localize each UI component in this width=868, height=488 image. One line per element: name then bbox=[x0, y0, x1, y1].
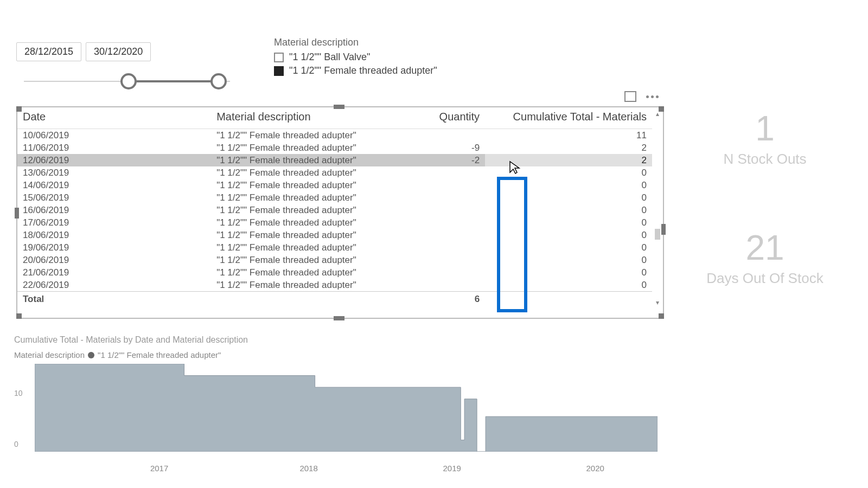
x-axis-tick: 2020 bbox=[586, 464, 604, 473]
y-axis-tick: 10 bbox=[14, 389, 23, 397]
table-row[interactable]: 21/06/2019"1 1/2"" Female threaded adupt… bbox=[17, 266, 652, 279]
cell-cum: 0 bbox=[485, 179, 652, 191]
date-from-input[interactable]: 28/12/2015 bbox=[16, 42, 81, 61]
cell-material: "1 1/2"" Female threaded adupter" bbox=[211, 191, 405, 204]
focus-mode-icon[interactable] bbox=[624, 91, 636, 102]
date-range-slicer[interactable]: 28/12/2015 30/12/2020 bbox=[16, 42, 233, 75]
cell-material: "1 1/2"" Female threaded adupter" bbox=[211, 129, 405, 142]
material-slicer-title: Material description bbox=[274, 37, 437, 48]
cell-date: 16/06/2019 bbox=[17, 204, 211, 216]
kpi-days-label: Days Out Of Stock bbox=[684, 270, 846, 287]
cell-material: "1 1/2"" Female threaded adupter" bbox=[211, 229, 405, 241]
x-axis-tick: 2017 bbox=[150, 464, 168, 473]
cell-material: "1 1/2"" Female threaded adupter" bbox=[211, 166, 405, 179]
cell-cum: 0 bbox=[485, 216, 652, 229]
column-header-material[interactable]: Material description bbox=[211, 107, 405, 129]
date-slider-handle-to[interactable] bbox=[210, 73, 227, 89]
material-option-0[interactable]: "1 1/2"" Ball Valve" bbox=[274, 52, 437, 63]
cell-cum: 0 bbox=[485, 166, 652, 179]
resize-handle-icon[interactable] bbox=[661, 224, 666, 235]
cell-material: "1 1/2"" Female threaded adupter" bbox=[211, 142, 405, 154]
cell-date: 12/06/2019 bbox=[17, 154, 211, 166]
cell-date: 21/06/2019 bbox=[17, 266, 211, 279]
chart-legend: Material description "1 1/2"" Female thr… bbox=[14, 350, 658, 359]
date-slider-handle-from[interactable] bbox=[120, 73, 137, 89]
materials-table[interactable]: Date Material description Quantity Cumul… bbox=[17, 107, 652, 306]
cell-date: 11/06/2019 bbox=[17, 142, 211, 154]
cell-material: "1 1/2"" Female threaded adupter" bbox=[211, 154, 405, 166]
cell-cum: 0 bbox=[485, 229, 652, 241]
cell-cum: 2 bbox=[485, 154, 652, 166]
cell-qty bbox=[405, 229, 485, 241]
checkbox-icon[interactable] bbox=[274, 53, 284, 62]
cell-cum: 0 bbox=[485, 191, 652, 204]
table-total-row: Total 6 bbox=[17, 292, 652, 306]
resize-handle-icon[interactable] bbox=[659, 313, 664, 319]
table-row[interactable]: 15/06/2019"1 1/2"" Female threaded adupt… bbox=[17, 191, 652, 204]
table-row[interactable]: 16/06/2019"1 1/2"" Female threaded adupt… bbox=[17, 204, 652, 216]
cell-date: 20/06/2019 bbox=[17, 254, 211, 266]
cumulative-chart[interactable]: Cumulative Total - Materials by Date and… bbox=[14, 335, 658, 461]
resize-handle-icon[interactable] bbox=[334, 105, 344, 109]
date-slider-track[interactable] bbox=[24, 73, 230, 75]
cell-date: 13/06/2019 bbox=[17, 166, 211, 179]
table-row[interactable]: 17/06/2019"1 1/2"" Female threaded adupt… bbox=[17, 216, 652, 229]
cell-material: "1 1/2"" Female threaded adupter" bbox=[211, 179, 405, 191]
table-row[interactable]: 18/06/2019"1 1/2"" Female threaded adupt… bbox=[17, 229, 652, 241]
cell-qty bbox=[405, 204, 485, 216]
scroll-down-icon[interactable]: ▾ bbox=[653, 298, 662, 307]
cell-qty bbox=[405, 216, 485, 229]
chart-plot-area[interactable] bbox=[35, 364, 658, 452]
table-scrollbar[interactable]: ▴ ▾ bbox=[653, 110, 662, 307]
materials-table-visual[interactable]: Date Material description Quantity Cumul… bbox=[16, 106, 664, 319]
column-header-date[interactable]: Date bbox=[17, 107, 211, 129]
cell-qty bbox=[405, 179, 485, 191]
scroll-thumb[interactable] bbox=[655, 229, 660, 240]
y-axis-tick: 0 bbox=[14, 440, 18, 448]
column-header-quantity[interactable]: Quantity bbox=[405, 107, 485, 129]
more-options-icon[interactable] bbox=[646, 95, 659, 98]
table-row[interactable]: 10/06/2019"1 1/2"" Female threaded adupt… bbox=[17, 129, 652, 142]
cell-material: "1 1/2"" Female threaded adupter" bbox=[211, 216, 405, 229]
cell-cum: 11 bbox=[485, 129, 652, 142]
resize-handle-icon[interactable] bbox=[16, 313, 22, 319]
table-row[interactable]: 12/06/2019"1 1/2"" Female threaded adupt… bbox=[17, 154, 652, 166]
table-row[interactable]: 11/06/2019"1 1/2"" Female threaded adupt… bbox=[17, 142, 652, 154]
table-row[interactable]: 13/06/2019"1 1/2"" Female threaded adupt… bbox=[17, 166, 652, 179]
resize-handle-icon[interactable] bbox=[15, 208, 19, 219]
cell-qty: -9 bbox=[405, 142, 485, 154]
table-row[interactable]: 22/06/2019"1 1/2"" Female threaded adupt… bbox=[17, 279, 652, 292]
total-qty: 6 bbox=[405, 292, 485, 306]
material-option-1[interactable]: "1 1/2"" Female threaded adupter" bbox=[274, 65, 437, 76]
cell-qty: -2 bbox=[405, 154, 485, 166]
cell-material: "1 1/2"" Female threaded adupter" bbox=[211, 279, 405, 292]
scroll-up-icon[interactable]: ▴ bbox=[653, 110, 662, 118]
cell-cum: 0 bbox=[485, 266, 652, 279]
kpi-stockouts: 1 N Stock Outs bbox=[684, 108, 846, 168]
cell-cum: 0 bbox=[485, 279, 652, 292]
cell-material: "1 1/2"" Female threaded adupter" bbox=[211, 254, 405, 266]
total-cum bbox=[485, 292, 652, 306]
total-label: Total bbox=[17, 292, 211, 306]
column-header-cumulative[interactable]: Cumulative Total - Materials bbox=[485, 107, 652, 129]
table-row[interactable]: 14/06/2019"1 1/2"" Female threaded adupt… bbox=[17, 179, 652, 191]
date-to-input[interactable]: 30/12/2020 bbox=[86, 42, 151, 61]
cell-cum: 2 bbox=[485, 142, 652, 154]
cell-cum: 0 bbox=[485, 241, 652, 254]
checkbox-checked-icon[interactable] bbox=[274, 66, 284, 76]
cell-date: 10/06/2019 bbox=[17, 129, 211, 142]
cell-cum: 0 bbox=[485, 204, 652, 216]
cell-qty bbox=[405, 191, 485, 204]
kpi-stockouts-value: 1 bbox=[684, 108, 846, 149]
cell-qty bbox=[405, 279, 485, 292]
cell-material: "1 1/2"" Female threaded adupter" bbox=[211, 204, 405, 216]
chart-title: Cumulative Total - Materials by Date and… bbox=[14, 335, 658, 345]
cell-date: 19/06/2019 bbox=[17, 241, 211, 254]
resize-handle-icon[interactable] bbox=[16, 106, 22, 112]
material-option-label: "1 1/2"" Ball Valve" bbox=[289, 52, 370, 63]
cell-material: "1 1/2"" Female threaded adupter" bbox=[211, 266, 405, 279]
table-row[interactable]: 19/06/2019"1 1/2"" Female threaded adupt… bbox=[17, 241, 652, 254]
resize-handle-icon[interactable] bbox=[334, 316, 344, 320]
material-option-label: "1 1/2"" Female threaded adupter" bbox=[289, 65, 437, 76]
table-row[interactable]: 20/06/2019"1 1/2"" Female threaded adupt… bbox=[17, 254, 652, 266]
